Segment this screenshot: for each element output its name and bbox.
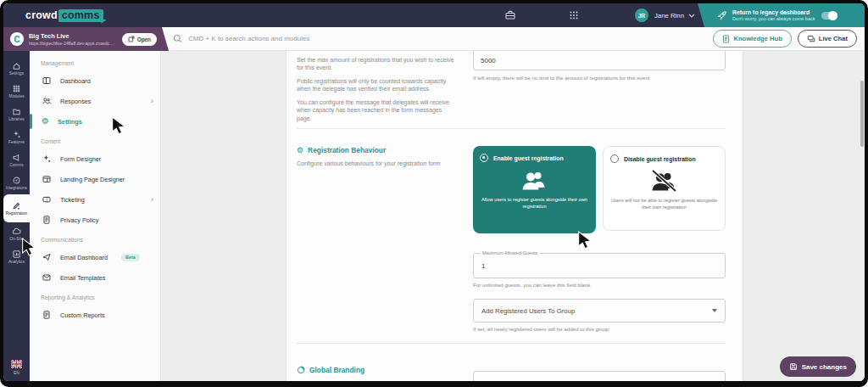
knowledge-hub-button[interactable]: Knowledge Hub bbox=[713, 30, 791, 48]
rail-label: Analytics bbox=[8, 260, 25, 264]
rail-label: Features bbox=[8, 140, 25, 144]
body: Settings Modules Libraries Features Comm… bbox=[3, 51, 865, 381]
open-button-label: Open bbox=[137, 36, 151, 42]
legacy-toggle-knob bbox=[828, 11, 837, 20]
palette-icon bbox=[297, 366, 305, 374]
rail-item-registration[interactable]: Registration bbox=[3, 194, 30, 222]
document-icon bbox=[722, 35, 730, 43]
event-name: Big Tech Live bbox=[29, 32, 122, 40]
rail-item-analytics[interactable]: Analytics bbox=[3, 245, 30, 268]
main-content: Set the max amount of registrations that… bbox=[161, 51, 865, 381]
rail-item-libraries[interactable]: Libraries bbox=[3, 103, 30, 126]
registration-behaviour-row: ⚙ Registration Behaviour Configure vario… bbox=[297, 129, 726, 344]
radio-unselected-icon[interactable] bbox=[610, 154, 619, 163]
beta-badge: Beta bbox=[121, 254, 140, 261]
legacy-title: Return to legacy dashboard bbox=[732, 9, 815, 16]
enable-guest-registration-card[interactable]: Enable guest registration Allow users to… bbox=[473, 146, 596, 233]
open-external-icon bbox=[128, 36, 135, 42]
sidebar-item-label: Dashboard bbox=[60, 77, 91, 85]
sidebar-item-privacy-policy[interactable]: Privacy Policy bbox=[30, 210, 160, 230]
sidebar-item-landing-page-designer[interactable]: Landing Page Designer bbox=[30, 169, 160, 189]
chevron-down-icon[interactable] bbox=[688, 14, 695, 18]
sidebar-item-dashboard[interactable]: Dashboard bbox=[30, 70, 160, 91]
sidebar-item-email-dashboard[interactable]: Email Dashboard Beta bbox=[30, 247, 160, 267]
scrollbar-thumb[interactable] bbox=[860, 81, 864, 147]
disable-card-description: Users will not be able to register guest… bbox=[610, 198, 718, 210]
sidebar-item-form-designer[interactable]: Form Designer bbox=[30, 149, 160, 169]
report-icon bbox=[42, 310, 52, 320]
capacity-paragraph-3: You can configure the message that deleg… bbox=[297, 98, 458, 122]
live-chat-button[interactable]: Live Chat bbox=[798, 30, 857, 48]
modules-grid-icon bbox=[12, 84, 21, 93]
event-logo: C bbox=[10, 32, 24, 46]
radio-selected-icon[interactable] bbox=[480, 154, 488, 162]
legacy-toggle[interactable] bbox=[821, 12, 837, 20]
screenshot-frame: crowdcomms JR Jane Rinn bbox=[0, 0, 868, 387]
document-icon bbox=[42, 215, 52, 225]
group-select-label: Add Registered Users To Group bbox=[481, 307, 575, 315]
sidebar-section-reporting: Reporting & Analytics bbox=[30, 288, 160, 305]
sparkles-icon bbox=[42, 154, 52, 164]
capacity-field-column: If left empty, there will be no limit to… bbox=[458, 51, 726, 128]
gear-icon: ⚙ bbox=[42, 117, 49, 126]
enable-card-header: Enable guest registration bbox=[480, 154, 589, 162]
add-users-to-group-select[interactable]: Add Registered Users To Group bbox=[473, 299, 726, 322]
behaviour-description: ⚙ Registration Behaviour Configure vario… bbox=[297, 141, 458, 343]
rail-item-features[interactable]: Features bbox=[3, 126, 30, 149]
rail-item-modules[interactable]: Modules bbox=[3, 80, 30, 103]
enable-card-label: Enable guest registration bbox=[493, 155, 564, 161]
apps-grid-icon[interactable] bbox=[569, 10, 579, 20]
rail-label: Integrations bbox=[6, 186, 27, 190]
sidebar-item-custom-reports[interactable]: Custom Reports bbox=[30, 305, 160, 325]
max-registrations-input[interactable] bbox=[473, 51, 726, 70]
event-bar: C Big Tech Live https://bigtechlive-248a… bbox=[3, 27, 161, 51]
rail-item-on-site[interactable]: On-Site bbox=[3, 222, 30, 245]
dashboard-icon bbox=[42, 76, 52, 86]
rail-item-settings[interactable]: Settings bbox=[3, 57, 30, 80]
gear-icon: ⚙ bbox=[297, 146, 303, 154]
primary-nav-rail: Settings Modules Libraries Features Comm… bbox=[3, 51, 30, 381]
save-button-label: Save changes bbox=[802, 363, 847, 371]
search-input[interactable] bbox=[188, 35, 527, 42]
behaviour-title: Registration Behaviour bbox=[308, 146, 386, 154]
capacity-row: Set the max amount of registrations that… bbox=[297, 51, 726, 129]
return-to-legacy-banner[interactable]: Return to legacy dashboard Don't worry, … bbox=[705, 3, 865, 27]
event-url[interactable]: https://bigtechlive-248a8.dev-apps.crowd… bbox=[29, 41, 115, 46]
user-name[interactable]: Jane Rinn bbox=[654, 12, 684, 20]
logo-part2: comms bbox=[58, 9, 103, 22]
sidebar-item-email-templates[interactable]: Email Templates bbox=[30, 267, 160, 288]
command-search[interactable] bbox=[173, 34, 707, 43]
event-sidebar: Management Dashboard Responses › ⚙ Setti… bbox=[30, 51, 161, 381]
guests-off-icon bbox=[649, 170, 678, 193]
topbar-actions: JR Jane Rinn bbox=[504, 3, 695, 27]
language-switcher[interactable]: EN bbox=[3, 360, 30, 375]
max-guests-label: Maximum Allowed Guests bbox=[480, 250, 540, 255]
search-icon bbox=[173, 34, 182, 43]
rail-item-comms[interactable]: Comms bbox=[3, 149, 30, 171]
sidebar-item-ticketing[interactable]: Ticketing › bbox=[30, 189, 160, 210]
home-icon bbox=[12, 61, 21, 70]
open-event-button[interactable]: Open bbox=[122, 33, 157, 46]
disable-guest-registration-card[interactable]: Disable guest registration Users will no… bbox=[603, 146, 726, 231]
branding-heading: Global Branding bbox=[297, 366, 458, 374]
sidebar-item-label: Email Dashboard bbox=[60, 254, 108, 261]
event-meta: Big Tech Live https://bigtechlive-248a8.… bbox=[29, 32, 122, 45]
rail-item-integrations[interactable]: Integrations bbox=[3, 171, 30, 194]
rail-label: Comms bbox=[9, 163, 24, 167]
chevron-right-icon: › bbox=[151, 196, 153, 204]
max-guests-input[interactable] bbox=[481, 262, 717, 270]
branding-description: Global Branding Options configured here … bbox=[297, 361, 458, 381]
sidebar-item-responses[interactable]: Responses › bbox=[30, 91, 160, 111]
save-changes-button[interactable]: Save changes bbox=[780, 356, 856, 377]
briefcase-icon[interactable] bbox=[504, 9, 516, 21]
save-icon bbox=[789, 362, 798, 371]
chart-icon bbox=[12, 250, 21, 259]
avatar[interactable]: JR bbox=[635, 8, 648, 22]
language-label: EN bbox=[14, 370, 19, 375]
uk-flag-icon bbox=[11, 360, 22, 368]
envelope-icon bbox=[42, 272, 52, 283]
legacy-banner-text: Return to legacy dashboard Don't worry, … bbox=[732, 9, 815, 21]
sidebar-item-settings[interactable]: ⚙ Settings bbox=[30, 111, 160, 132]
global-branding-row: Global Branding Options configured here … bbox=[297, 344, 726, 381]
registration-font-select[interactable]: Registration Font bbox=[473, 371, 726, 381]
